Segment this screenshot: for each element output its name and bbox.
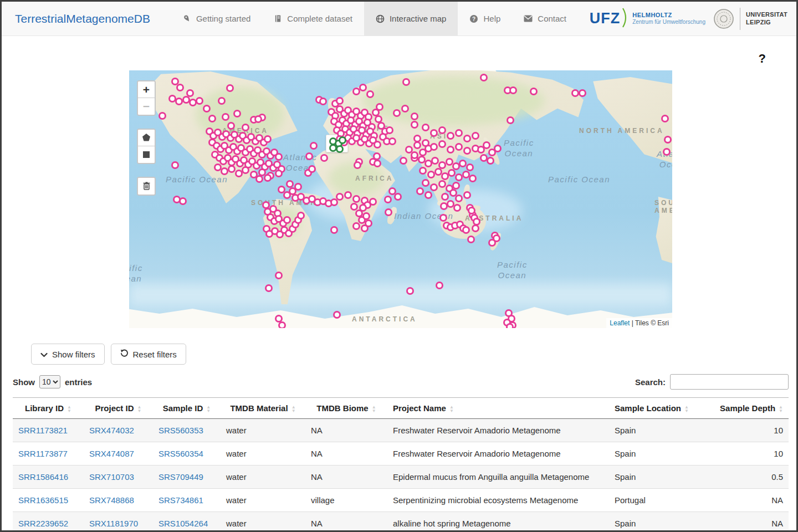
sample-marker[interactable]: [319, 98, 327, 105]
sample-marker[interactable]: [472, 224, 479, 232]
sample-marker[interactable]: [431, 157, 439, 165]
sample-marker[interactable]: [488, 239, 496, 247]
sample-marker[interactable]: [459, 160, 467, 167]
sample-marker[interactable]: [158, 112, 166, 120]
sample-marker[interactable]: [447, 146, 454, 154]
sample-marker[interactable]: [663, 148, 671, 156]
sample-marker[interactable]: [466, 163, 474, 171]
sample-marker[interactable]: [406, 287, 414, 295]
sample-marker[interactable]: [422, 139, 429, 147]
sample-marker[interactable]: [294, 183, 302, 191]
nav-interactive-map[interactable]: Interactive map: [364, 2, 458, 35]
selected-sample-marker[interactable]: [339, 136, 346, 144]
sample-marker[interactable]: [242, 166, 249, 174]
sample-marker[interactable]: [402, 78, 410, 86]
sample-marker[interactable]: [330, 226, 338, 234]
sample-marker[interactable]: [463, 135, 471, 142]
sample-marker[interactable]: [375, 115, 382, 123]
accession-link[interactable]: SRX748868: [89, 495, 134, 505]
sample-marker[interactable]: [468, 207, 475, 214]
sample-marker[interactable]: [352, 195, 360, 203]
sample-marker[interactable]: [438, 126, 446, 134]
sample-marker[interactable]: [275, 272, 283, 279]
accession-link[interactable]: SRX710703: [89, 472, 134, 482]
sample-marker[interactable]: [264, 174, 272, 182]
accession-link[interactable]: SRS560354: [158, 449, 203, 458]
sample-marker[interactable]: [388, 137, 396, 145]
sample-marker[interactable]: [275, 170, 283, 177]
sample-marker[interactable]: [222, 113, 229, 121]
sample-marker[interactable]: [400, 157, 407, 165]
sample-marker[interactable]: [579, 89, 586, 97]
sample-marker[interactable]: [447, 132, 454, 140]
accession-link[interactable]: SRX474032: [89, 426, 134, 435]
sample-marker[interactable]: [453, 204, 461, 212]
world-map[interactable]: AMERICAEUROPEASIAAFRICANORTH AMERICASOUT…: [129, 70, 672, 328]
sample-marker[interactable]: [467, 236, 475, 243]
accession-link[interactable]: SRR2239652: [18, 519, 68, 528]
sample-marker[interactable]: [176, 84, 184, 91]
sample-marker[interactable]: [186, 89, 194, 97]
accession-link[interactable]: SRS560353: [158, 426, 203, 435]
sample-marker[interactable]: [336, 193, 344, 201]
sample-marker[interactable]: [430, 183, 438, 191]
sample-marker[interactable]: [422, 179, 429, 187]
sample-marker[interactable]: [422, 124, 429, 131]
sample-marker[interactable]: [441, 193, 449, 201]
sample-marker[interactable]: [472, 132, 479, 140]
sample-marker[interactable]: [506, 323, 514, 328]
page-size-select[interactable]: 10: [39, 375, 60, 388]
sample-marker[interactable]: [384, 196, 392, 203]
sample-marker[interactable]: [480, 74, 488, 81]
column-header-project-name[interactable]: Project Name▲▼: [387, 398, 609, 419]
brand-link[interactable]: TerrestrialMetagenomeDB: [2, 2, 163, 35]
accession-link[interactable]: SRS709449: [158, 472, 203, 482]
sample-marker[interactable]: [278, 321, 286, 328]
sample-marker[interactable]: [438, 140, 446, 148]
sample-marker[interactable]: [430, 129, 438, 137]
sample-marker[interactable]: [411, 121, 418, 129]
sample-marker[interactable]: [320, 154, 328, 162]
sample-marker[interactable]: [455, 173, 463, 181]
accession-link[interactable]: SRX474087: [89, 449, 134, 458]
column-header-library-id[interactable]: Library ID▲▼: [13, 398, 84, 419]
sample-marker[interactable]: [664, 136, 672, 144]
page-help-button[interactable]: ?: [759, 52, 766, 66]
sample-marker[interactable]: [354, 161, 361, 169]
selected-sample-marker[interactable]: [336, 145, 344, 153]
sample-marker[interactable]: [385, 208, 392, 216]
column-header-sample-depth[interactable]: Sample Depth▲▼: [709, 398, 789, 419]
sample-marker[interactable]: [376, 103, 383, 111]
sample-marker[interactable]: [571, 89, 579, 97]
draw-rectangle-button[interactable]: [138, 146, 155, 163]
sample-marker[interactable]: [530, 88, 538, 95]
sample-marker[interactable]: [308, 165, 316, 173]
draw-polygon-button[interactable]: [138, 130, 155, 146]
sample-marker[interactable]: [242, 124, 249, 131]
sample-marker[interactable]: [462, 226, 470, 234]
sample-marker[interactable]: [661, 115, 669, 122]
sample-marker[interactable]: [361, 224, 369, 232]
sample-marker[interactable]: [362, 212, 370, 220]
sample-marker[interactable]: [227, 122, 235, 130]
sample-marker[interactable]: [344, 191, 352, 199]
nav-help[interactable]: ? Help: [458, 2, 512, 35]
sample-marker[interactable]: [196, 97, 203, 105]
sample-marker[interactable]: [438, 180, 446, 188]
sample-marker[interactable]: [411, 151, 418, 159]
sample-marker[interactable]: [455, 129, 463, 137]
sample-marker[interactable]: [286, 180, 294, 188]
sample-marker[interactable]: [359, 204, 367, 212]
accession-link[interactable]: SRS1054264: [158, 519, 208, 528]
sample-marker[interactable]: [419, 167, 427, 175]
sample-marker[interactable]: [494, 145, 502, 152]
sample-marker[interactable]: [413, 135, 421, 142]
sample-marker[interactable]: [424, 191, 432, 199]
column-header-tmdb-material[interactable]: TMDB Material▲▼: [221, 398, 305, 419]
sample-marker[interactable]: [352, 222, 360, 230]
reset-filters-button[interactable]: Reset filters: [111, 344, 186, 365]
column-header-sample-location[interactable]: Sample Location▲▼: [609, 398, 709, 419]
sample-marker[interactable]: [427, 171, 435, 178]
accession-link[interactable]: SRR1173877: [18, 449, 68, 458]
show-filters-button[interactable]: Show filters: [31, 344, 105, 365]
